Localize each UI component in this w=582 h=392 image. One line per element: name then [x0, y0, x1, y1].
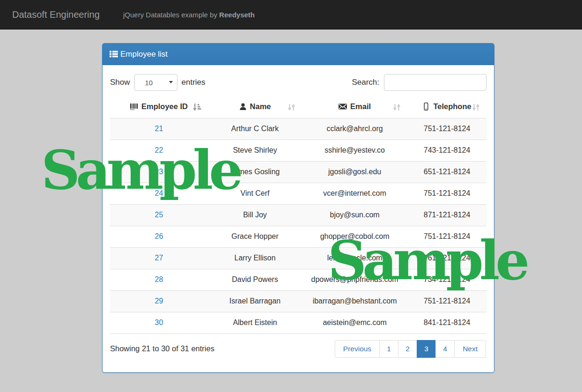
page-button-2[interactable]: 2: [398, 340, 417, 358]
employee-id-link[interactable]: 30: [155, 318, 163, 326]
employee-id-link[interactable]: 28: [155, 275, 163, 283]
employee-id-link[interactable]: 27: [155, 254, 163, 262]
employee-id-link[interactable]: 29: [155, 297, 163, 305]
employee-id-link[interactable]: 26: [155, 232, 163, 240]
employee-table-body: 21Arthur C Clarkcclark@ahrcl.org751-121-…: [110, 118, 486, 333]
cell-email: aeistein@emc.com: [302, 312, 407, 333]
entries-label: entries: [182, 78, 206, 87]
employee-list-panel: Employee list Show 10 entries Search:: [102, 43, 494, 373]
cell-telephone: 751-121-8124: [407, 118, 486, 140]
cell-telephone: 734-121-8124: [407, 269, 486, 290]
navbar-brand[interactable]: Datasoft Engineering: [12, 0, 100, 30]
navbar-subtitle: jQuery Datatables example by Reedyseth: [123, 0, 255, 30]
table-row: 28David Powersdpowers@phpfriends.com734-…: [110, 269, 486, 290]
employee-id-link[interactable]: 24: [155, 189, 163, 197]
navbar-author: Reedyseth: [219, 11, 255, 19]
pagination: Previous1234Next: [335, 340, 486, 358]
table-row: 24Vint Cerfvcer@internet.com751-121-8124: [110, 183, 486, 204]
cell-email: sshirle@yestev.co: [302, 140, 407, 161]
column-label: Telephone: [433, 102, 471, 111]
cell-name: Arthur C Clark: [208, 118, 302, 140]
cell-name: Steve Shirley: [208, 140, 302, 161]
column-header-name[interactable]: Name: [208, 96, 302, 118]
cell-employee-id: 26: [110, 226, 208, 247]
table-row: 29Israel Barraganibarragan@behstant.com7…: [110, 290, 486, 312]
column-label: Employee ID: [141, 102, 188, 111]
cell-telephone: 841-121-8124: [407, 312, 486, 333]
panel-title: Employee list: [120, 50, 168, 59]
page-button-previous[interactable]: Previous: [335, 340, 380, 358]
cell-telephone: 751-121-8124: [407, 226, 486, 247]
table-row: 25Bill Joybjoy@sun.com871-121-8124: [110, 204, 486, 226]
sort-both-icon: [287, 104, 295, 111]
cell-name: Israel Barragan: [208, 290, 302, 312]
sort-amount-asc-icon: [193, 104, 201, 111]
search-label: Search:: [352, 78, 379, 87]
cell-employee-id: 28: [110, 269, 208, 290]
page-button-4[interactable]: 4: [435, 340, 455, 358]
table-header-row: Employee ID: [110, 96, 486, 118]
cell-employee-id: 30: [110, 312, 208, 333]
column-header-email[interactable]: Email: [302, 96, 407, 118]
table-row: 26Grace Hopperghopper@cobol.com751-121-8…: [110, 226, 486, 247]
page-length-select[interactable]: 10: [134, 74, 177, 91]
cell-name: Bill Joy: [208, 204, 302, 226]
cell-name: James Gosling: [208, 161, 302, 183]
search-control: Search:: [352, 74, 486, 91]
cell-employee-id: 22: [110, 140, 208, 161]
page-length-select-wrap: 10: [134, 74, 177, 91]
cell-email: ghopper@cobol.com: [302, 226, 407, 247]
cell-telephone: 651-121-8124: [407, 161, 486, 183]
barcode-icon: [130, 103, 138, 111]
cell-name: Grace Hopper: [208, 226, 302, 247]
cell-name: Larry Ellison: [208, 247, 302, 269]
employee-table: Employee ID: [110, 96, 486, 334]
page-button-1[interactable]: 1: [379, 340, 398, 358]
column-header-employee-id[interactable]: Employee ID: [110, 96, 208, 118]
panel-body: Show 10 entries Search:: [103, 65, 494, 365]
cell-telephone: 751-121-8124: [407, 290, 486, 312]
column-label: Email: [350, 102, 371, 111]
cell-email: lelli@oracle.com: [302, 247, 407, 269]
cell-employee-id: 23: [110, 161, 208, 183]
table-controls: Show 10 entries Search:: [110, 74, 486, 91]
table-row: 23James Goslingjgosli@gosl.edu651-121-81…: [110, 161, 486, 183]
employee-id-link[interactable]: 25: [155, 211, 163, 219]
mobile-phone-icon: [422, 103, 430, 111]
cell-email: dpowers@phpfriends.com: [302, 269, 407, 290]
table-row: 22Steve Shirleysshirle@yestev.co743-121-…: [110, 140, 486, 161]
cell-employee-id: 21: [110, 118, 208, 140]
page-length-control: Show 10 entries: [110, 74, 206, 91]
show-label: Show: [110, 78, 130, 87]
column-header-telephone[interactable]: Telephone: [407, 96, 486, 118]
search-input[interactable]: [384, 74, 486, 91]
cell-name: Vint Cerf: [208, 183, 302, 204]
table-row: 27Larry Ellisonlelli@oracle.com761-121-8…: [110, 247, 486, 269]
cell-email: cclark@ahrcl.org: [302, 118, 407, 140]
cell-employee-id: 27: [110, 247, 208, 269]
table-footer: Showing 21 to 30 of 31 entries Previous1…: [110, 340, 486, 358]
navbar: Datasoft Engineering jQuery Datatables e…: [0, 0, 582, 30]
navbar-subtitle-text: jQuery Datatables example by: [123, 11, 219, 19]
cell-employee-id: 25: [110, 204, 208, 226]
table-row: 30Albert Eisteinaeistein@emc.com841-121-…: [110, 312, 486, 333]
table-row: 21Arthur C Clarkcclark@ahrcl.org751-121-…: [110, 118, 486, 140]
sort-both-icon: [472, 104, 480, 111]
cell-telephone: 751-121-8124: [407, 183, 486, 204]
cell-email: bjoy@sun.com: [302, 204, 407, 226]
employee-id-link[interactable]: 23: [155, 168, 163, 176]
cell-employee-id: 29: [110, 290, 208, 312]
envelope-icon: [339, 103, 347, 110]
employee-id-link[interactable]: 22: [155, 146, 163, 154]
cell-telephone: 871-121-8124: [407, 204, 486, 226]
employee-id-link[interactable]: 21: [155, 125, 163, 133]
cell-email: jgosli@gosl.edu: [302, 161, 407, 183]
cell-email: vcer@internet.com: [302, 183, 407, 204]
page-button-next[interactable]: Next: [454, 340, 486, 358]
column-label: Name: [250, 102, 271, 111]
sort-both-icon: [393, 104, 401, 111]
list-icon: [110, 51, 118, 58]
cell-name: David Powers: [208, 269, 302, 290]
table-info: Showing 21 to 30 of 31 entries: [110, 344, 214, 353]
page-button-3[interactable]: 3: [417, 340, 436, 358]
